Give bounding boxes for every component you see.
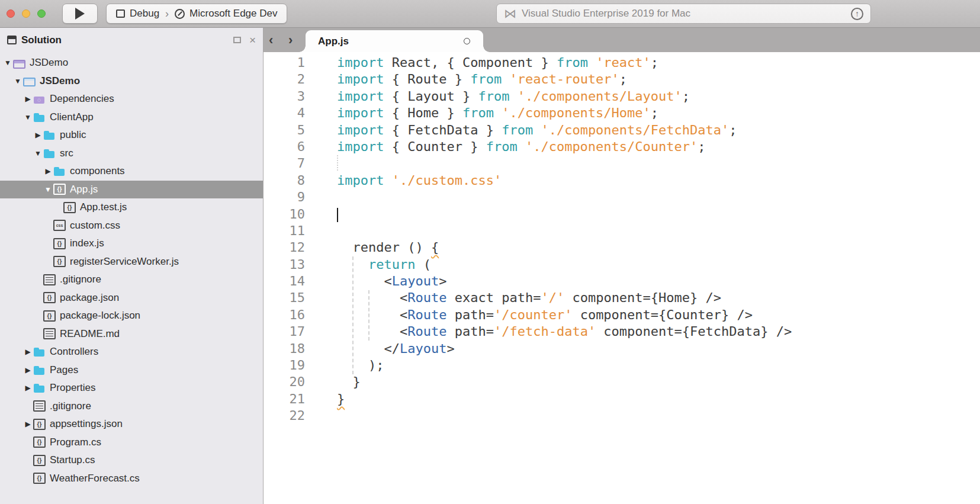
code-lines: 1import React, { Component } from 'react… — [264, 52, 980, 425]
folder-icon — [53, 165, 66, 177]
tab-appjs[interactable]: App.js — [306, 30, 483, 52]
minimize-window-button[interactable] — [22, 9, 30, 18]
chevron-down-icon[interactable]: ▼ — [23, 113, 33, 121]
code-line-10: 10 — [264, 206, 980, 223]
solution-pad-title: Solution — [21, 34, 233, 46]
code-line-6: 6import { Counter } from './components/C… — [264, 139, 980, 155]
tree-item-dependencies[interactable]: ▶Dependencies — [0, 90, 263, 108]
css-file-icon: css — [53, 220, 66, 231]
tree-item-properties[interactable]: ▶Properties — [0, 379, 263, 397]
chevron-right-icon[interactable]: ▶ — [43, 167, 53, 175]
code-line-22: 22 — [264, 407, 980, 424]
chevron-down-icon[interactable]: ▼ — [12, 77, 23, 85]
line-content: import { Counter } from './components/Co… — [337, 139, 706, 155]
chevron-right-icon[interactable]: ▶ — [23, 384, 33, 392]
tree-item-src[interactable]: ▼src — [0, 145, 263, 163]
tree-item-jsdemo[interactable]: ▼JSDemo — [0, 72, 263, 91]
text-cursor — [337, 208, 338, 222]
line-number: 10 — [264, 206, 305, 223]
line-number: 22 — [264, 407, 305, 424]
tree-item-jsdemo[interactable]: ▼JSDemo — [0, 54, 263, 72]
code-line-4: 4import { Home } from './components/Home… — [264, 105, 980, 121]
line-content — [337, 206, 338, 223]
solution-pad-header: Solution × — [0, 28, 263, 52]
js-file-icon: {} — [53, 256, 66, 267]
run-configuration-selector[interactable]: Debug › Microsoft Edge Dev — [106, 4, 287, 24]
chevron-down-icon[interactable]: ▼ — [33, 149, 43, 158]
deps-folder-icon — [33, 93, 46, 105]
line-content: } — [337, 374, 361, 390]
tree-item-label: src — [60, 147, 73, 159]
tree-item-appsettings-json[interactable]: ▶{}appsettings.json — [0, 415, 263, 434]
tree-item-readme-md[interactable]: README.md — [0, 325, 263, 344]
chevron-right-icon[interactable]: ▶ — [23, 348, 33, 356]
tree-item-components[interactable]: ▶components — [0, 162, 263, 181]
line-content: <Route path='/counter' component={Counte… — [337, 307, 753, 323]
tree-item-package-json[interactable]: {}package.json — [0, 289, 263, 307]
code-line-7: 7 — [264, 155, 980, 172]
line-number: 3 — [264, 88, 305, 105]
maximize-window-button[interactable] — [37, 9, 46, 18]
folder-icon — [43, 147, 56, 159]
tree-item-clientapp[interactable]: ▼ClientApp — [0, 108, 263, 127]
update-available-icon[interactable]: ↑ — [851, 8, 863, 20]
close-window-button[interactable] — [7, 9, 15, 18]
chevron-right-icon[interactable]: ▶ — [23, 420, 33, 428]
line-content: import { Layout } from './components/Lay… — [337, 88, 690, 105]
vs-mac-window: Debug › Microsoft Edge Dev ⋈ Visual Stud… — [0, 0, 980, 504]
tree-item-label: index.js — [70, 237, 104, 249]
code-line-13: 13 return ( — [264, 256, 980, 273]
tree-item-app-js[interactable]: ▼{}App.js — [0, 181, 263, 199]
navigate-back-icon[interactable]: ‹ — [269, 28, 273, 52]
code-editor[interactable]: 1import React, { Component } from 'react… — [264, 52, 980, 504]
project-icon — [23, 78, 36, 86]
tree-item-public[interactable]: ▶public — [0, 126, 263, 145]
chevron-right-icon[interactable]: ▶ — [33, 131, 43, 139]
code-line-18: 18 </Layout> — [264, 341, 980, 357]
chevron-right-icon[interactable]: ▶ — [23, 366, 33, 374]
js-file-icon: {} — [33, 436, 46, 448]
code-line-15: 15 <Route exact path='/' component={Home… — [264, 290, 980, 306]
tree-item-startup-cs[interactable]: {}Startup.cs — [0, 451, 263, 470]
line-number: 18 — [264, 341, 305, 357]
tree-item-program-cs[interactable]: {}Program.cs — [0, 434, 263, 452]
unsaved-changes-icon — [464, 38, 470, 44]
tree-item-custom-css[interactable]: csscustom.css — [0, 217, 263, 235]
chevron-down-icon[interactable]: ▼ — [2, 59, 13, 67]
tree-item-app-test-js[interactable]: {}App.test.js — [0, 198, 263, 217]
line-number: 14 — [264, 273, 305, 290]
chevron-down-icon[interactable]: ▼ — [43, 185, 53, 194]
tree-item-registerserviceworker-js[interactable]: {}registerServiceWorker.js — [0, 253, 263, 271]
line-content: import { Home } from './components/Home'… — [337, 105, 658, 121]
run-button[interactable] — [62, 4, 98, 24]
chevron-right-icon[interactable]: ▶ — [23, 95, 33, 103]
js-file-icon: {} — [53, 238, 66, 249]
line-number: 15 — [264, 290, 305, 306]
line-number: 17 — [264, 323, 305, 340]
code-line-5: 5import { FetchData } from './components… — [264, 122, 980, 139]
code-line-2: 2import { Route } from 'react-router'; — [264, 71, 980, 88]
code-line-11: 11 — [264, 223, 980, 239]
tree-item--gitignore[interactable]: .gitignore — [0, 397, 263, 416]
tree-item-label: Pages — [50, 364, 78, 376]
tree-item-package-lock-json[interactable]: {}package-lock.json — [0, 307, 263, 325]
tree-item-index-js[interactable]: {}index.js — [0, 235, 263, 253]
tree-item-label: Properties — [50, 382, 95, 394]
js-file-icon: {} — [33, 473, 46, 484]
tree-item-controllers[interactable]: ▶Controllers — [0, 343, 263, 361]
tree-item-weatherforecast-cs[interactable]: {}WeatherForecast.cs — [0, 470, 263, 488]
folder-icon — [33, 382, 46, 394]
close-panel-icon[interactable]: × — [249, 34, 256, 46]
solution-tree: ▼JSDemo▼JSDemo▶Dependencies▼ClientApp▶pu… — [0, 52, 263, 504]
line-content: ); — [337, 357, 384, 374]
tree-item-pages[interactable]: ▶Pages — [0, 361, 263, 380]
debug-target-label: Microsoft Edge Dev — [189, 8, 277, 20]
navigate-forward-icon[interactable]: › — [288, 28, 293, 52]
tree-item-label: Program.cs — [50, 436, 101, 448]
line-number: 6 — [264, 139, 305, 155]
chevron-right-icon: › — [164, 8, 170, 20]
tree-item--gitignore[interactable]: .gitignore — [0, 271, 263, 289]
dock-panel-icon[interactable] — [233, 37, 241, 43]
main-area: Solution × ▼JSDemo▼JSDemo▶Dependencies▼C… — [0, 28, 980, 504]
line-number: 9 — [264, 189, 305, 206]
